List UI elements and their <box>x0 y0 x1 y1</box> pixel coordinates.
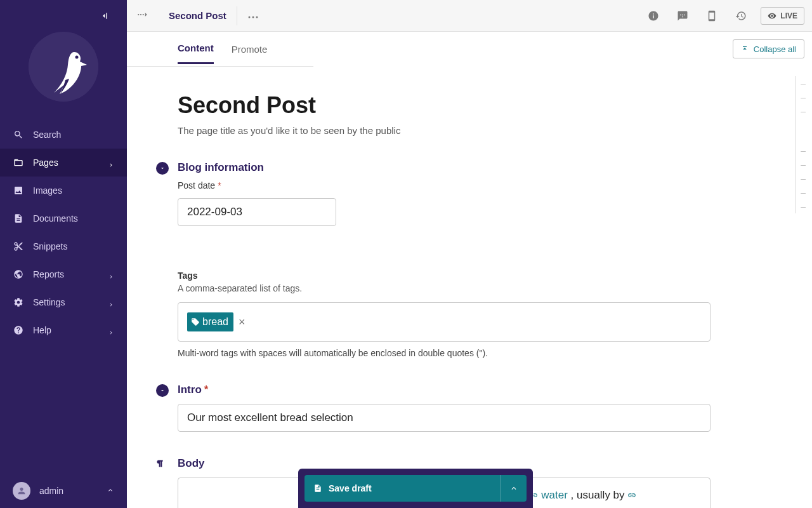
chevron-right-icon <box>108 327 114 333</box>
tag-icon <box>191 318 200 326</box>
tab-content[interactable]: Content <box>178 43 214 64</box>
logo-wrap <box>0 32 127 121</box>
topbar: Second Post LIVE <box>127 0 812 32</box>
save-more-button[interactable] <box>500 475 527 502</box>
tab-row: Content Promote Collapse all <box>127 32 812 66</box>
svg-point-3 <box>140 13 141 15</box>
nav: Search Pages Images Documents Snippets R… <box>0 121 127 474</box>
section-toggle[interactable] <box>156 384 169 397</box>
sidebar-item-images[interactable]: Images <box>0 177 127 204</box>
wagtail-logo[interactable] <box>29 32 98 102</box>
avatar <box>13 482 30 500</box>
image-icon <box>13 185 24 196</box>
page-title-crumb: Second Post <box>169 10 226 21</box>
svg-point-6 <box>252 16 254 18</box>
breadcrumb-dots-arrow-icon <box>137 10 148 22</box>
sidebar-item-label: Search <box>33 130 114 140</box>
sidebar-item-label: Snippets <box>33 241 114 251</box>
user-account-menu[interactable]: admin <box>0 474 127 508</box>
tag-remove-button[interactable]: × <box>236 316 248 329</box>
svg-point-5 <box>248 16 250 18</box>
preview-button[interactable] <box>697 6 726 26</box>
chevron-up-icon <box>509 484 518 493</box>
paragraph-icon <box>156 458 166 471</box>
history-button[interactable] <box>726 6 756 26</box>
gear-icon <box>13 297 24 308</box>
collapse-all-button[interactable]: Collapse all <box>733 39 804 58</box>
snippets-icon <box>13 241 24 252</box>
link-icon <box>627 488 636 505</box>
intro-input[interactable] <box>178 404 710 432</box>
comment-icon <box>677 10 688 22</box>
breadcrumb-expand[interactable] <box>127 0 159 32</box>
title-help-text: The page title as you'd like it to be se… <box>178 125 812 136</box>
sidebar-item-documents[interactable]: Documents <box>0 204 127 232</box>
info-icon <box>648 10 659 22</box>
section-toggle[interactable] <box>156 162 169 175</box>
chevron-down-icon <box>159 387 166 394</box>
help-icon <box>13 324 24 336</box>
globe-icon <box>13 269 24 280</box>
folder-open-icon <box>13 157 24 168</box>
svg-point-7 <box>256 16 258 18</box>
tab-promote[interactable]: Promote <box>232 44 268 64</box>
action-bar: Save draft <box>298 469 533 508</box>
page-actions-menu[interactable] <box>237 0 269 32</box>
tag-text: bread <box>202 316 228 328</box>
sidebar-item-snippets[interactable]: Snippets <box>0 232 127 260</box>
section-blog-info: Blog information Post date* Tags A comma… <box>178 161 710 358</box>
sidebar-item-label: Settings <box>33 297 108 307</box>
svg-point-2 <box>138 13 139 15</box>
chevron-right-icon <box>108 299 114 305</box>
breadcrumb[interactable]: Second Post <box>159 0 237 32</box>
section-header: Intro* <box>178 384 710 396</box>
collapse-up-icon <box>741 45 749 53</box>
live-status-badge[interactable]: LIVE <box>761 7 804 25</box>
sidebar-item-label: Images <box>33 185 114 196</box>
collapse-icon <box>99 11 109 21</box>
tag-chip[interactable]: bread <box>187 312 233 331</box>
draft-icon <box>313 484 322 493</box>
sidebar-item-label: Pages <box>33 157 108 168</box>
sidebar-item-help[interactable]: Help <box>0 316 127 344</box>
post-date-input[interactable] <box>178 198 336 226</box>
section-header: Body <box>178 457 710 470</box>
history-icon <box>735 10 747 22</box>
chevron-up-icon <box>107 485 114 497</box>
mobile-icon <box>706 10 717 22</box>
content-area: Second Post The page title as you'd like… <box>127 67 812 508</box>
search-icon <box>13 129 24 140</box>
sidebar-item-pages[interactable]: Pages <box>0 149 127 177</box>
save-draft-button[interactable]: Save draft <box>304 475 500 502</box>
live-label: LIVE <box>780 11 797 20</box>
user-name: admin <box>39 486 107 496</box>
field-label-post-date: Post date* <box>178 180 710 190</box>
sidebar-item-settings[interactable]: Settings <box>0 288 127 316</box>
svg-point-1 <box>75 56 79 59</box>
comments-button[interactable] <box>668 6 697 26</box>
chevron-right-icon <box>108 159 114 166</box>
chevron-right-icon <box>108 271 114 277</box>
sidebar-item-label: Reports <box>33 269 108 279</box>
svg-point-4 <box>143 13 144 15</box>
chevron-down-icon <box>159 165 166 171</box>
more-icon <box>247 10 259 22</box>
sidebar: Search Pages Images Documents Snippets R… <box>0 0 127 508</box>
sidebar-collapse-toggle[interactable] <box>0 0 127 32</box>
tags-input[interactable]: bread × <box>178 302 710 342</box>
section-intro: Intro* <box>178 384 710 432</box>
eye-icon <box>768 11 776 20</box>
sidebar-item-label: Help <box>33 325 108 335</box>
section-header: Blog information <box>178 161 710 174</box>
tags-post-help: Multi-word tags with spaces will automat… <box>178 348 710 358</box>
body-link-water[interactable]: water <box>541 489 568 501</box>
tags-help: A comma-separated list of tags. <box>178 283 710 293</box>
document-icon <box>13 213 24 224</box>
field-label-tags: Tags <box>178 271 710 281</box>
main: Second Post LIVE Content Promote Collaps… <box>127 0 812 508</box>
page-title[interactable]: Second Post <box>178 92 812 119</box>
sidebar-item-search[interactable]: Search <box>0 121 127 149</box>
info-button[interactable] <box>639 6 668 26</box>
sidebar-item-reports[interactable]: Reports <box>0 260 127 288</box>
sidebar-item-label: Documents <box>33 213 114 224</box>
